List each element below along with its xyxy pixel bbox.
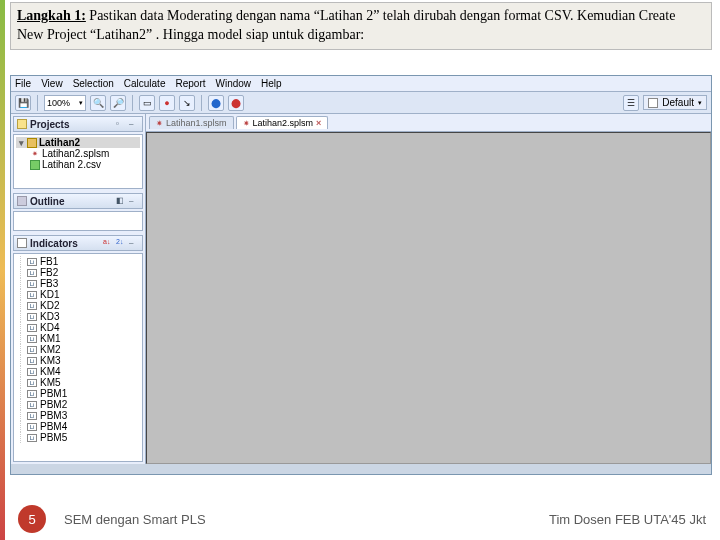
indicator-icon: Li bbox=[27, 346, 37, 354]
menu-help[interactable]: Help bbox=[261, 78, 282, 89]
indicator-item[interactable]: LiKM2 bbox=[20, 344, 140, 355]
indicators-panel-header[interactable]: Indicators a↓ 2↓ – bbox=[13, 235, 143, 251]
indicator-icon: Li bbox=[27, 324, 37, 332]
tool-add-red-icon[interactable]: ⬤ bbox=[228, 95, 244, 111]
indicator-item[interactable]: LiKM5 bbox=[20, 377, 140, 388]
footer-author: Tim Dosen FEB UTA'45 Jkt bbox=[549, 512, 706, 527]
indicator-label: KD1 bbox=[40, 289, 59, 300]
toolbar-save-icon[interactable]: 💾 bbox=[15, 95, 31, 111]
tab-latihan2[interactable]: ✷ Latihan2.splsm × bbox=[236, 116, 329, 129]
separator bbox=[201, 95, 202, 111]
indicator-item[interactable]: LiFB2 bbox=[20, 267, 140, 278]
projects-panel-header[interactable]: Projects ▫ – bbox=[13, 116, 143, 132]
indicator-item[interactable]: LiKD3 bbox=[20, 311, 140, 322]
indicator-item[interactable]: LiPBM2 bbox=[20, 399, 140, 410]
chevron-down-icon: ▾ bbox=[79, 99, 83, 107]
footer-title: SEM dengan Smart PLS bbox=[64, 512, 206, 527]
indicator-item[interactable]: LiKD1 bbox=[20, 289, 140, 300]
theme-label: Default bbox=[662, 97, 694, 108]
indicator-label: KM2 bbox=[40, 344, 61, 355]
menu-selection[interactable]: Selection bbox=[73, 78, 114, 89]
indicator-item[interactable]: LiKM4 bbox=[20, 366, 140, 377]
menu-bar: File View Selection Calculate Report Win… bbox=[11, 76, 711, 92]
outline-icon bbox=[17, 196, 27, 206]
indicator-item[interactable]: LiKM3 bbox=[20, 355, 140, 366]
indicators-icon bbox=[17, 238, 27, 248]
slide-accent-bar bbox=[0, 0, 5, 540]
indicator-icon: Li bbox=[27, 302, 37, 310]
collapse-icon[interactable]: ▾ bbox=[17, 138, 25, 148]
tab-label: Latihan1.splsm bbox=[166, 118, 227, 128]
chevron-down-icon: ▾ bbox=[698, 99, 702, 107]
main-area: ✷ Latihan1.splsm ✷ Latihan2.splsm × bbox=[146, 114, 711, 464]
sidebar-toggle-icon[interactable]: ☰ bbox=[623, 95, 639, 111]
menu-window[interactable]: Window bbox=[215, 78, 251, 89]
menu-calculate[interactable]: Calculate bbox=[124, 78, 166, 89]
indicator-label: PBM5 bbox=[40, 432, 67, 443]
theme-selector[interactable]: Default ▾ bbox=[643, 95, 707, 110]
indicator-icon: Li bbox=[27, 313, 37, 321]
menu-view[interactable]: View bbox=[41, 78, 63, 89]
outline-title: Outline bbox=[30, 196, 113, 207]
indicator-label: PBM3 bbox=[40, 410, 67, 421]
menu-report[interactable]: Report bbox=[175, 78, 205, 89]
zoom-select[interactable]: 100%▾ bbox=[44, 95, 86, 111]
data-file-icon bbox=[30, 160, 40, 170]
indicator-label: PBM4 bbox=[40, 421, 67, 432]
tool-select-icon[interactable]: ▭ bbox=[139, 95, 155, 111]
indicator-item[interactable]: LiPBM3 bbox=[20, 410, 140, 421]
project-root[interactable]: ▾ Latihan2 bbox=[16, 137, 140, 148]
indicator-item[interactable]: LiKD2 bbox=[20, 300, 140, 311]
indicator-item[interactable]: LiKD4 bbox=[20, 322, 140, 333]
indicator-icon: Li bbox=[27, 269, 37, 277]
indicator-item[interactable]: LiFB1 bbox=[20, 256, 140, 267]
model-file-icon: ✷ bbox=[30, 149, 40, 159]
indicator-item[interactable]: LiPBM1 bbox=[20, 388, 140, 399]
indicator-label: KM1 bbox=[40, 333, 61, 344]
indicator-icon: Li bbox=[27, 357, 37, 365]
panel-menu-icon[interactable]: ◧ bbox=[116, 196, 126, 206]
tree-item[interactable]: Latihan 2.csv bbox=[16, 159, 140, 170]
indicator-icon: Li bbox=[27, 335, 37, 343]
instruction-box: Langkah 1: Pastikan data Moderating deng… bbox=[10, 2, 712, 50]
zoom-out-icon[interactable]: 🔎 bbox=[110, 95, 126, 111]
indicator-label: PBM2 bbox=[40, 399, 67, 410]
minimize-icon[interactable]: – bbox=[129, 196, 139, 206]
separator bbox=[132, 95, 133, 111]
tree-item[interactable]: ✷ Latihan2.splsm bbox=[16, 148, 140, 159]
menu-file[interactable]: File bbox=[15, 78, 31, 89]
minimize-icon[interactable]: – bbox=[129, 238, 139, 248]
tool-connect-icon[interactable]: ↘ bbox=[179, 95, 195, 111]
indicator-icon: Li bbox=[27, 401, 37, 409]
minimize-icon[interactable]: – bbox=[129, 119, 139, 129]
tab-latihan1[interactable]: ✷ Latihan1.splsm bbox=[149, 116, 234, 129]
projects-icon bbox=[17, 119, 27, 129]
indicator-item[interactable]: LiPBM5 bbox=[20, 432, 140, 443]
page-number: 5 bbox=[18, 505, 46, 533]
zoom-in-icon[interactable]: 🔍 bbox=[90, 95, 106, 111]
indicator-icon: Li bbox=[27, 412, 37, 420]
tab-label: Latihan2.splsm bbox=[253, 118, 314, 128]
close-icon[interactable]: × bbox=[316, 118, 321, 128]
indicator-label: FB1 bbox=[40, 256, 58, 267]
sort-num-icon[interactable]: 2↓ bbox=[116, 238, 126, 248]
indicator-icon: Li bbox=[27, 423, 37, 431]
tool-latent-icon[interactable]: ● bbox=[159, 95, 175, 111]
indicator-label: FB3 bbox=[40, 278, 58, 289]
indicator-label: PBM1 bbox=[40, 388, 67, 399]
indicator-label: FB2 bbox=[40, 267, 58, 278]
indicator-icon: Li bbox=[27, 291, 37, 299]
tool-add-blue-icon[interactable]: ⬤ bbox=[208, 95, 224, 111]
indicator-label: KD4 bbox=[40, 322, 59, 333]
outline-panel-header[interactable]: Outline ◧ – bbox=[13, 193, 143, 209]
indicator-item[interactable]: LiKM1 bbox=[20, 333, 140, 344]
zoom-value: 100% bbox=[47, 98, 70, 108]
model-canvas[interactable] bbox=[146, 132, 711, 464]
panel-menu-icon[interactable]: ▫ bbox=[116, 119, 126, 129]
indicator-icon: Li bbox=[27, 280, 37, 288]
indicator-item[interactable]: LiPBM4 bbox=[20, 421, 140, 432]
sort-az-icon[interactable]: a↓ bbox=[103, 238, 113, 248]
indicator-label: KM3 bbox=[40, 355, 61, 366]
indicator-item[interactable]: LiFB3 bbox=[20, 278, 140, 289]
indicator-label: KD2 bbox=[40, 300, 59, 311]
